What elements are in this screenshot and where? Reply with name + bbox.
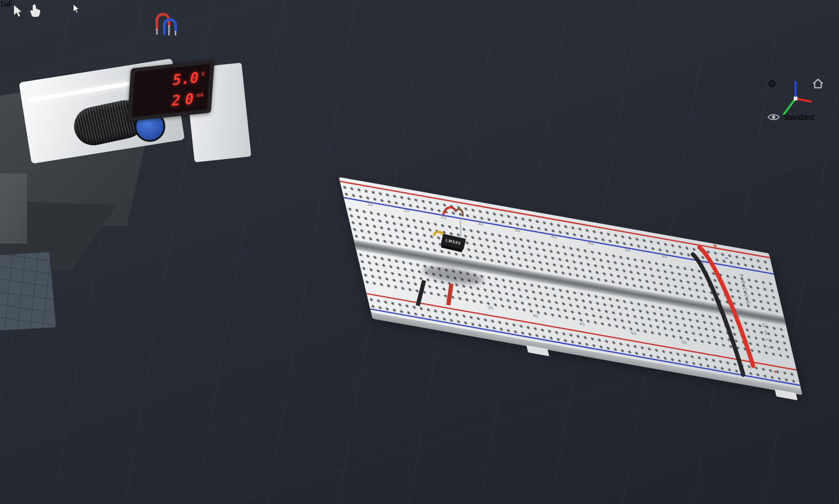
psu-voltage-unit: V: [201, 70, 205, 77]
scene-gray-box: [0, 174, 27, 244]
select-arrow-tool-icon[interactable]: [13, 5, 23, 18]
mouse-cursor: [73, 4, 80, 14]
axis-origin: [794, 97, 797, 100]
capacitor-value-label: 1uF: [0, 0, 13, 8]
hand-tool-icon[interactable]: [29, 4, 42, 18]
resistor-lead: [467, 310, 469, 321]
axis-z-green: [783, 98, 796, 115]
axis-gizmo[interactable]: [779, 77, 814, 118]
capacitor-selected[interactable]: 1uF: [0, 0, 13, 8]
breadboard[interactable]: 1520253035404550556030354045505560ABCDEF…: [272, 165, 803, 398]
view-mode-label[interactable]: Standard: [783, 113, 814, 122]
axis-x-red: [796, 98, 811, 102]
resistor-standing-3[interactable]: [464, 290, 473, 310]
timer-ic-label: LM555: [445, 238, 461, 245]
led-leg: [473, 267, 474, 278]
breadboard-body[interactable]: 1520253035404550556030354045505560ABCDEF…: [339, 177, 801, 389]
scene-settings-gear-icon[interactable]: ⚙: [768, 78, 776, 90]
scene-3d-viewport[interactable]: 5.0 V 20 mA 1520253035404550556030354045…: [0, 0, 839, 504]
scene-floor-tiles: [0, 252, 56, 330]
psu-voltage-value: 5.0: [171, 70, 200, 88]
jumper-wires-icon[interactable]: [153, 7, 182, 35]
led-orange[interactable]: [460, 241, 480, 266]
eye-icon[interactable]: [768, 113, 780, 121]
power-supply-display[interactable]: 5.0 V 20 mA: [127, 60, 215, 121]
seven-segment-panel: 5.0 V 20 mA: [132, 64, 210, 117]
psu-current-value: 20: [170, 91, 199, 108]
led-leg: [465, 266, 466, 277]
